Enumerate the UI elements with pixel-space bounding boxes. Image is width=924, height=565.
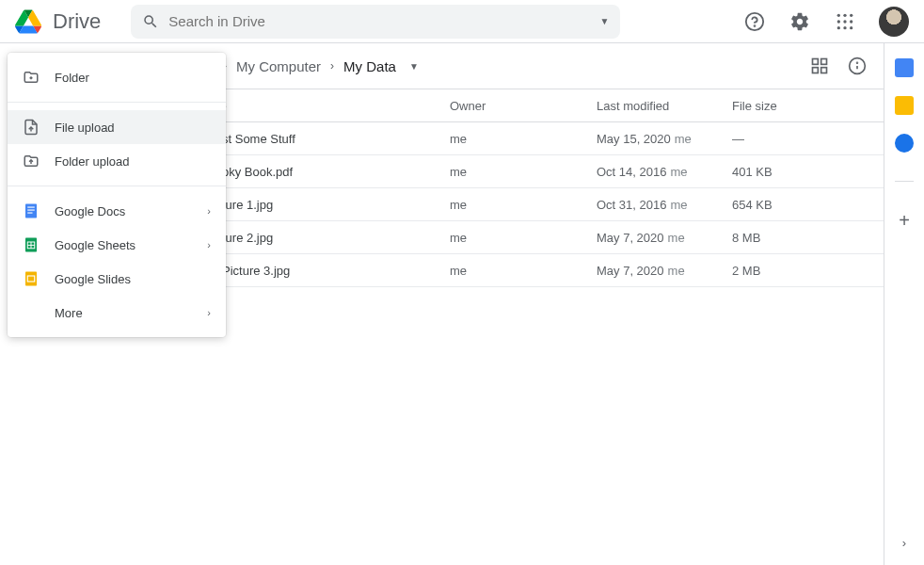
menu-folder-label: Folder	[55, 71, 89, 85]
svg-rect-31	[25, 204, 37, 218]
size-cell: —	[732, 132, 884, 146]
table-row[interactable]: ture 1.jpgmeOct 31, 2016me654 KB	[175, 188, 884, 221]
info-icon[interactable]	[846, 55, 868, 77]
content-area: ters › My Computer › My Data ▼ Name Owne…	[175, 43, 884, 565]
size-cell: 2 MB	[732, 264, 884, 278]
grid-view-icon[interactable]	[808, 55, 831, 77]
slides-icon	[23, 270, 40, 287]
svg-point-4	[850, 13, 852, 16]
table-row[interactable]: st Some StuffmeMay 15, 2020me—	[175, 122, 884, 155]
svg-rect-34	[27, 213, 32, 214]
menu-folder-upload[interactable]: Folder upload	[8, 144, 226, 178]
side-panel: + ›	[884, 43, 924, 565]
svg-rect-14	[813, 59, 819, 65]
svg-point-9	[843, 26, 846, 29]
menu-google-slides[interactable]: Google Slides	[8, 262, 226, 296]
column-name[interactable]: Name	[194, 99, 450, 113]
modified-cell: May 7, 2020me	[597, 231, 732, 245]
modified-cell: May 7, 2020me	[597, 264, 732, 278]
table-row[interactable]: Picture 3.jpgmeMay 7, 2020me2 MB	[175, 254, 884, 287]
menu-separator	[8, 186, 226, 186]
owner-cell: me	[450, 132, 597, 146]
header: Drive ▼	[0, 0, 924, 43]
svg-point-20	[857, 62, 858, 63]
svg-rect-15	[821, 59, 827, 65]
drive-logo-icon	[15, 8, 41, 35]
collapse-panel-button[interactable]: ›	[902, 536, 906, 550]
owner-cell: me	[450, 198, 597, 212]
menu-folder-upload-label: Folder upload	[55, 154, 130, 169]
breadcrumb-level1[interactable]: My Computer	[236, 58, 321, 74]
chevron-right-icon: ›	[207, 205, 211, 217]
keep-app-icon[interactable]	[895, 96, 914, 115]
calendar-app-icon[interactable]	[895, 58, 914, 77]
menu-more-label: More	[55, 306, 83, 320]
column-modified[interactable]: Last modified	[597, 99, 732, 113]
new-menu: Folder File upload Folder upload Google …	[8, 53, 226, 337]
table-header: Name Owner Last modified File size	[175, 89, 884, 122]
docs-icon	[23, 202, 40, 219]
modified-cell: Oct 31, 2016me	[597, 198, 732, 212]
svg-point-1	[755, 25, 756, 26]
svg-point-10	[850, 26, 852, 29]
file-name: ture 2.jpg	[222, 231, 273, 245]
help-icon[interactable]	[743, 10, 766, 33]
svg-rect-17	[821, 68, 827, 73]
modified-cell: May 15, 2020me	[597, 132, 732, 146]
svg-point-5	[837, 20, 840, 23]
breadcrumb-dropdown-icon[interactable]: ▼	[409, 61, 419, 72]
menu-file-upload[interactable]: File upload	[8, 110, 226, 144]
table-row[interactable]: oky Book.pdfmeOct 14, 2016me401 KB	[175, 155, 884, 188]
svg-point-7	[850, 20, 852, 23]
search-input[interactable]	[168, 13, 599, 29]
menu-slides-label: Google Slides	[55, 272, 131, 286]
search-dropdown-icon[interactable]: ▼	[599, 16, 609, 26]
modified-cell: Oct 14, 2016me	[597, 165, 732, 179]
svg-point-8	[837, 26, 840, 29]
svg-point-6	[843, 20, 846, 23]
toolbar: ters › My Computer › My Data ▼	[175, 43, 884, 89]
file-name: ture 1.jpg	[222, 198, 273, 212]
apps-icon[interactable]	[834, 10, 856, 33]
file-upload-icon	[23, 119, 40, 136]
owner-cell: me	[450, 165, 597, 179]
menu-google-sheets[interactable]: Google Sheets ›	[8, 228, 226, 262]
column-owner[interactable]: Owner	[450, 99, 597, 113]
size-cell: 654 KB	[732, 198, 884, 212]
column-size[interactable]: File size	[732, 99, 884, 113]
breadcrumb-current[interactable]: My Data	[343, 58, 396, 74]
svg-rect-16	[813, 68, 819, 73]
file-name: st Some Stuff	[222, 132, 295, 146]
size-cell: 8 MB	[732, 231, 884, 245]
chevron-right-icon: ›	[207, 307, 211, 318]
sheets-icon	[23, 236, 40, 253]
menu-more[interactable]: More ›	[8, 296, 226, 330]
menu-file-upload-label: File upload	[55, 121, 115, 135]
table-row[interactable]: ture 2.jpgmeMay 7, 2020me8 MB	[175, 221, 884, 254]
avatar[interactable]	[879, 7, 909, 37]
owner-cell: me	[450, 231, 597, 245]
svg-point-2	[837, 13, 840, 16]
chevron-right-icon: ›	[207, 239, 211, 250]
menu-sheets-label: Google Sheets	[55, 238, 135, 252]
file-name: Picture 3.jpg	[222, 264, 290, 278]
folder-upload-icon	[23, 153, 40, 170]
menu-new-folder[interactable]: Folder	[8, 60, 226, 94]
svg-rect-33	[27, 210, 35, 211]
search-bar[interactable]: ▼	[131, 5, 620, 39]
gear-icon[interactable]	[789, 10, 811, 33]
size-cell: 401 KB	[732, 165, 884, 179]
rail-separator	[895, 181, 914, 182]
tasks-app-icon[interactable]	[895, 134, 914, 153]
app-name: Drive	[53, 9, 101, 34]
menu-separator	[8, 102, 226, 103]
chevron-right-icon: ›	[330, 59, 334, 73]
svg-rect-32	[27, 207, 35, 208]
menu-docs-label: Google Docs	[55, 204, 125, 218]
menu-google-docs[interactable]: Google Docs ›	[8, 194, 226, 228]
search-icon	[142, 13, 159, 30]
svg-point-3	[843, 13, 846, 16]
add-addon-button[interactable]: +	[899, 210, 910, 232]
folder-plus-icon	[23, 69, 40, 86]
owner-cell: me	[450, 264, 597, 278]
